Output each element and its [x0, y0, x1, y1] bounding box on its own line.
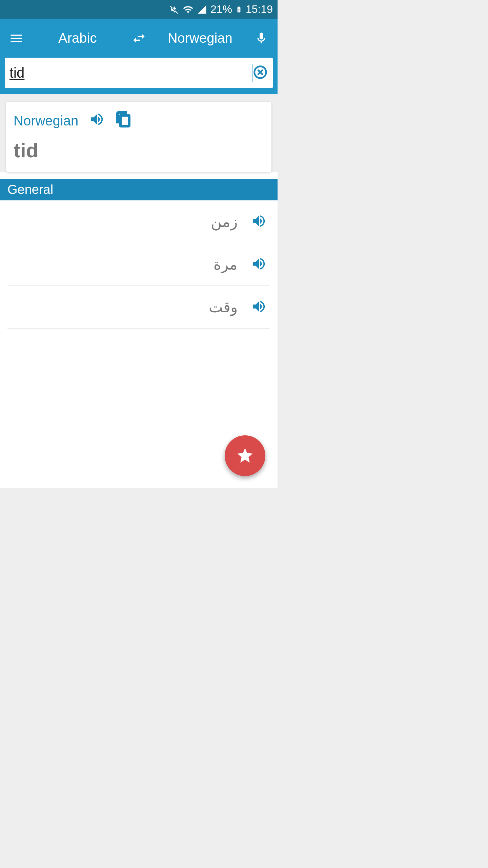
- search-input[interactable]: tid: [9, 65, 252, 81]
- speaker-icon[interactable]: [251, 299, 267, 316]
- translation-row[interactable]: زمن: [7, 200, 270, 243]
- card-language-label: Norwegian: [14, 113, 78, 129]
- translation-text: مرة: [214, 256, 238, 273]
- headword: tid: [14, 139, 264, 162]
- translation-row[interactable]: مرة: [7, 243, 270, 286]
- translation-text: زمن: [211, 213, 238, 230]
- section-header-general: General: [0, 179, 278, 200]
- source-language-button[interactable]: Arabic: [26, 31, 129, 46]
- text-cursor: [252, 64, 252, 82]
- battery-percent: 21%: [210, 3, 232, 16]
- content-area: Norwegian tid: [0, 94, 278, 172]
- battery-charging-icon: [236, 4, 242, 15]
- copy-button[interactable]: [116, 111, 132, 131]
- clear-search-button[interactable]: [252, 64, 268, 81]
- pronounce-button[interactable]: [89, 112, 105, 130]
- hamburger-menu-button[interactable]: [6, 31, 26, 46]
- status-bar: 21% 15:19: [0, 0, 278, 19]
- translation-row[interactable]: وقت: [7, 286, 270, 329]
- mute-icon: [169, 4, 179, 15]
- speaker-icon[interactable]: [251, 213, 267, 230]
- translations-list: زمن مرة وقت: [0, 200, 278, 329]
- swap-languages-button[interactable]: [129, 31, 149, 46]
- favorite-fab-button[interactable]: [225, 435, 265, 476]
- search-field-wrap: tid: [5, 58, 273, 88]
- clock-time: 15:19: [246, 3, 273, 16]
- app-bar: Arabic Norwegian tid: [0, 19, 278, 94]
- translation-text: وقت: [209, 298, 238, 316]
- word-card: Norwegian tid: [6, 102, 271, 172]
- target-language-button[interactable]: Norwegian: [149, 31, 251, 46]
- speaker-icon[interactable]: [251, 256, 267, 273]
- wifi-icon: [183, 4, 194, 15]
- signal-icon: [197, 4, 207, 15]
- voice-input-button[interactable]: [251, 32, 271, 45]
